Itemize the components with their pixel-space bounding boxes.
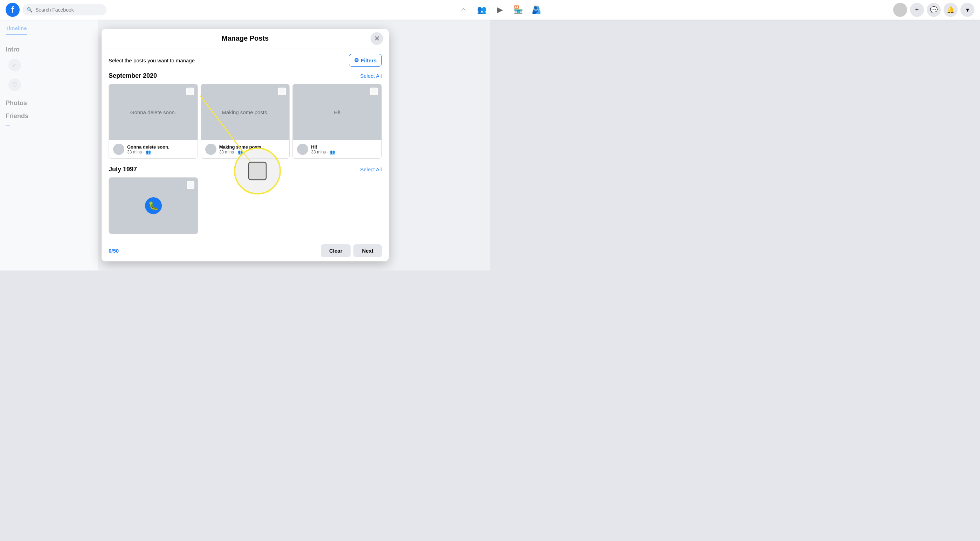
post-checkbox-2[interactable] xyxy=(278,88,286,95)
clear-button[interactable]: Clear xyxy=(321,244,351,257)
post-checkbox-july-1[interactable] xyxy=(187,181,194,189)
post-info-2: Making some posts. 33 mins · 👥 xyxy=(219,144,285,155)
post-checkbox-1[interactable] xyxy=(186,88,194,95)
september-2020-section-header: September 2020 Select All xyxy=(108,72,382,80)
july-1997-section-header: July 1997 Select All xyxy=(108,166,382,173)
july-1997-title: July 1997 xyxy=(108,166,137,173)
post-name-3: Hi! xyxy=(311,144,377,150)
september-select-all[interactable]: Select All xyxy=(360,73,382,79)
modal-header: Manage Posts ✕ xyxy=(102,29,389,48)
post-card-1: Gonna delete soon. Gonna delete soon. 33… xyxy=(108,84,198,159)
post-avatar-3 xyxy=(297,144,308,155)
emoji-post-icon: 🐛 xyxy=(145,197,162,214)
july-select-all[interactable]: Select All xyxy=(360,166,382,172)
post-checkbox-3[interactable] xyxy=(370,88,378,95)
post-footer-1: Gonna delete soon. 33 mins · 👥 xyxy=(109,140,197,158)
post-card-july-1: 🐛 xyxy=(108,177,198,234)
post-meta-2: 33 mins · 👥 xyxy=(219,150,285,155)
post-footer-3: Hi! 33 mins · 👥 xyxy=(293,140,382,158)
privacy-icon-3: 👥 xyxy=(330,150,335,155)
modal-subtitle: Select the posts you want to manage xyxy=(108,57,195,64)
post-count: 0/50 xyxy=(108,248,119,254)
post-image-text-1: Gonna delete soon. xyxy=(130,109,176,115)
filters-label: Filters xyxy=(361,57,377,64)
top-navigation: f 🔍 Search Facebook ⌂ 👥 ▶ 🏪 🫂 + 💬 🔔 ▾ xyxy=(0,0,490,20)
modal-footer: 0/50 Clear Next xyxy=(102,240,389,262)
post-image-2: Making some posts. xyxy=(201,84,290,140)
search-icon: 🔍 xyxy=(27,7,33,13)
post-image-3: Hi! xyxy=(293,84,382,140)
subtitle-row: Select the posts you want to manage ⚙ Fi… xyxy=(108,54,382,67)
september-posts-grid: Gonna delete soon. Gonna delete soon. 33… xyxy=(108,84,382,159)
post-info-3: Hi! 33 mins · 👥 xyxy=(311,144,377,155)
post-meta-1: 33 mins · 👥 xyxy=(127,150,193,155)
filters-icon: ⚙ xyxy=(354,57,359,64)
nav-icons: ⌂ 👥 ▶ 🏪 🫂 xyxy=(109,2,490,18)
nav-home-button[interactable]: ⌂ xyxy=(455,2,472,18)
footer-buttons: Clear Next xyxy=(321,244,382,257)
nav-friends-button[interactable]: 👥 xyxy=(473,2,490,18)
modal-overlay: Manage Posts ✕ Select the posts you want… xyxy=(0,20,490,270)
post-avatar-2 xyxy=(205,144,216,155)
manage-posts-modal: Manage Posts ✕ Select the posts you want… xyxy=(102,29,389,262)
post-name-1: Gonna delete soon. xyxy=(127,144,193,150)
post-image-july-1: 🐛 xyxy=(109,178,198,234)
modal-body: Select the posts you want to manage ⚙ Fi… xyxy=(102,48,389,240)
post-image-text-2: Making some posts. xyxy=(222,109,268,115)
post-footer-2: Making some posts. 33 mins · 👥 xyxy=(201,140,290,158)
post-meta-3: 33 mins · 👥 xyxy=(311,150,377,155)
modal-title: Manage Posts xyxy=(222,34,269,42)
search-placeholder: Search Facebook xyxy=(35,7,74,13)
september-2020-title: September 2020 xyxy=(108,72,157,80)
facebook-logo: f xyxy=(6,3,20,17)
search-bar[interactable]: 🔍 Search Facebook xyxy=(22,4,107,15)
july-posts-row: 🐛 xyxy=(108,177,382,234)
close-button[interactable]: ✕ xyxy=(371,32,383,45)
post-image-text-3: Hi! xyxy=(334,109,340,115)
post-card-2: Making some posts. Making some posts. 33… xyxy=(201,84,290,159)
post-image-1: Gonna delete soon. xyxy=(109,84,197,140)
next-button[interactable]: Next xyxy=(353,244,382,257)
post-info-1: Gonna delete soon. 33 mins · 👥 xyxy=(127,144,193,155)
post-name-2: Making some posts. xyxy=(219,144,285,150)
privacy-icon-1: 👥 xyxy=(146,150,151,155)
filters-button[interactable]: ⚙ Filters xyxy=(349,54,382,67)
privacy-icon-2: 👥 xyxy=(238,150,243,155)
post-avatar-1 xyxy=(113,144,124,155)
post-card-3: Hi! Hi! 33 mins · 👥 xyxy=(293,84,382,159)
